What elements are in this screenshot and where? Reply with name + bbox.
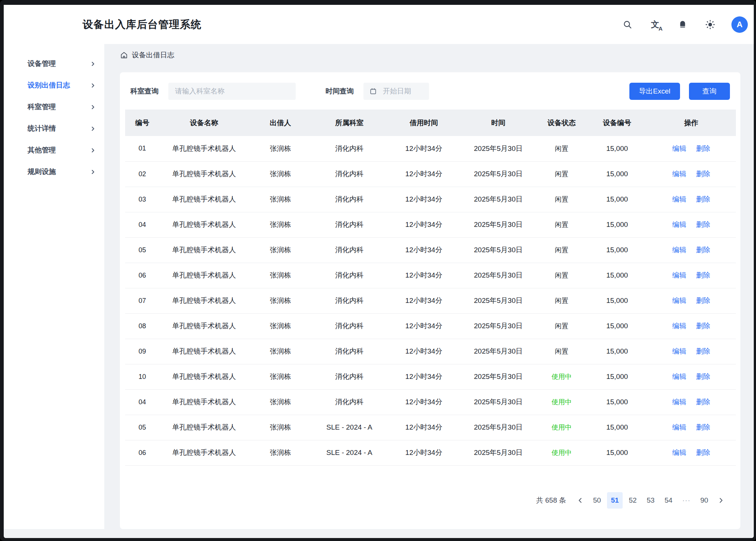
edit-link[interactable]: 编辑 — [672, 170, 686, 178]
delete-link[interactable]: 删除 — [696, 195, 710, 203]
edit-link[interactable]: 编辑 — [672, 297, 686, 304]
table-row: 05单孔腔镜手术机器人张润栋消化内科12小时34分2025年5月30日闲置15,… — [125, 237, 736, 263]
cell-actions: 编辑删除 — [647, 364, 736, 389]
column-header: 操作 — [647, 110, 736, 136]
cell-lender: 张润栋 — [249, 187, 312, 212]
sidebar-item-3[interactable]: 统计详情 — [4, 118, 104, 139]
cell-date: 2025年5月30日 — [461, 288, 536, 313]
cell-status: 使用中 — [536, 415, 588, 440]
delete-link[interactable]: 删除 — [696, 347, 710, 355]
sidebar-item-0[interactable]: 设备管理 — [4, 53, 104, 75]
cell-duration: 12小时34分 — [387, 288, 461, 313]
cell-id: 05 — [125, 237, 159, 263]
cell-device-name: 单孔腔镜手术机器人 — [159, 212, 249, 237]
cell-lender: 张润栋 — [249, 415, 312, 440]
cell-date: 2025年5月30日 — [461, 313, 536, 339]
status-badge: 使用中 — [552, 424, 572, 431]
pagination-next-icon[interactable] — [714, 492, 728, 509]
delete-link[interactable]: 删除 — [696, 297, 710, 304]
pagination-page-53[interactable]: 53 — [643, 492, 658, 509]
cell-status: 闲置 — [536, 288, 588, 313]
cell-duration: 12小时34分 — [387, 364, 461, 389]
sidebar-item-label: 其他管理 — [28, 145, 56, 155]
breadcrumb[interactable]: 设备出借日志 — [104, 44, 754, 72]
cell-duration: 12小时34分 — [387, 237, 461, 263]
sidebar-item-label: 科室管理 — [28, 102, 56, 112]
cell-actions: 编辑删除 — [647, 313, 736, 339]
cell-actions: 编辑删除 — [647, 136, 736, 161]
table-header: 编号设备名称出借人所属科室借用时间时间设备状态设备编号操作 — [125, 110, 736, 136]
pagination-total: 共 658 条 — [536, 496, 566, 505]
edit-link[interactable]: 编辑 — [672, 246, 686, 254]
edit-link[interactable]: 编辑 — [672, 347, 686, 355]
delete-link[interactable]: 删除 — [696, 271, 710, 279]
delete-link[interactable]: 删除 — [696, 398, 710, 406]
cell-device-name: 单孔腔镜手术机器人 — [159, 263, 249, 288]
sidebar-item-1[interactable]: 设别出借日志 — [4, 75, 104, 96]
sidebar-item-label: 规则设施 — [28, 167, 56, 177]
start-date-placeholder: 开始日期 — [383, 86, 411, 96]
edit-link[interactable]: 编辑 — [672, 195, 686, 203]
table-body: 01单孔腔镜手术机器人张润栋消化内科12小时34分2025年5月30日闲置15,… — [125, 136, 736, 465]
edit-link[interactable]: 编辑 — [672, 449, 686, 456]
edit-link[interactable]: 编辑 — [672, 322, 686, 330]
cell-actions: 编辑删除 — [647, 263, 736, 288]
notification-icon[interactable] — [676, 18, 689, 31]
search-icon[interactable] — [621, 18, 634, 31]
cell-duration: 12小时34分 — [387, 161, 461, 187]
dept-search-input[interactable] — [168, 83, 296, 100]
query-button[interactable]: 查询 — [689, 83, 730, 100]
cell-actions: 编辑删除 — [647, 415, 736, 440]
pagination-prev-icon[interactable] — [574, 492, 587, 509]
delete-link[interactable]: 删除 — [696, 373, 710, 380]
cell-id: 03 — [125, 187, 159, 212]
edit-link[interactable]: 编辑 — [672, 398, 686, 406]
delete-link[interactable]: 删除 — [696, 246, 710, 254]
edit-link[interactable]: 编辑 — [672, 423, 686, 431]
start-date-picker[interactable]: 开始日期 — [363, 83, 429, 100]
cell-department: 消化内科 — [312, 161, 387, 187]
pagination-page-50[interactable]: 50 — [589, 492, 605, 509]
pagination-page-54[interactable]: 54 — [661, 492, 676, 509]
cell-lender: 张润栋 — [249, 212, 312, 237]
chevron-right-icon — [90, 61, 95, 66]
export-excel-button[interactable]: 导出Excel — [629, 83, 680, 100]
table-row: 03单孔腔镜手术机器人张润栋消化内科12小时34分2025年5月30日闲置15,… — [125, 187, 736, 212]
cell-actions: 编辑删除 — [647, 237, 736, 263]
cell-device-code: 15,000 — [588, 440, 647, 465]
delete-link[interactable]: 删除 — [696, 145, 710, 152]
cell-device-name: 单孔腔镜手术机器人 — [159, 237, 249, 263]
cell-status: 使用中 — [536, 389, 588, 415]
column-header: 设备状态 — [536, 110, 588, 136]
cell-id: 05 — [125, 415, 159, 440]
edit-link[interactable]: 编辑 — [672, 373, 686, 380]
pagination-pages: 5051525354···90 — [589, 492, 712, 509]
status-badge: 闲置 — [555, 297, 568, 304]
delete-link[interactable]: 删除 — [696, 449, 710, 456]
pagination-page-52[interactable]: 52 — [625, 492, 641, 509]
cell-lender: 张润栋 — [249, 313, 312, 339]
pagination-page-90[interactable]: 90 — [696, 492, 712, 509]
cell-id: 09 — [125, 339, 159, 364]
cell-device-code: 15,000 — [588, 212, 647, 237]
sidebar-item-4[interactable]: 其他管理 — [4, 139, 104, 161]
sidebar-item-5[interactable]: 规则设施 — [4, 161, 104, 183]
pagination-ellipsis[interactable]: ··· — [679, 492, 694, 509]
delete-link[interactable]: 删除 — [696, 423, 710, 431]
theme-icon[interactable] — [704, 18, 717, 31]
translate-icon[interactable]: 文A — [649, 18, 661, 31]
delete-link[interactable]: 删除 — [696, 322, 710, 330]
edit-link[interactable]: 编辑 — [672, 221, 686, 228]
edit-link[interactable]: 编辑 — [672, 145, 686, 152]
edit-link[interactable]: 编辑 — [672, 271, 686, 279]
status-badge: 闲置 — [555, 196, 568, 203]
cell-lender: 张润栋 — [249, 339, 312, 364]
cell-department: 消化内科 — [312, 288, 387, 313]
user-avatar[interactable]: A — [731, 16, 748, 33]
delete-link[interactable]: 删除 — [696, 170, 710, 178]
sidebar-item-2[interactable]: 科室管理 — [4, 96, 104, 118]
status-badge: 使用中 — [552, 449, 572, 456]
pagination-page-51[interactable]: 51 — [607, 492, 623, 509]
delete-link[interactable]: 删除 — [696, 221, 710, 228]
cell-date: 2025年5月30日 — [461, 389, 536, 415]
